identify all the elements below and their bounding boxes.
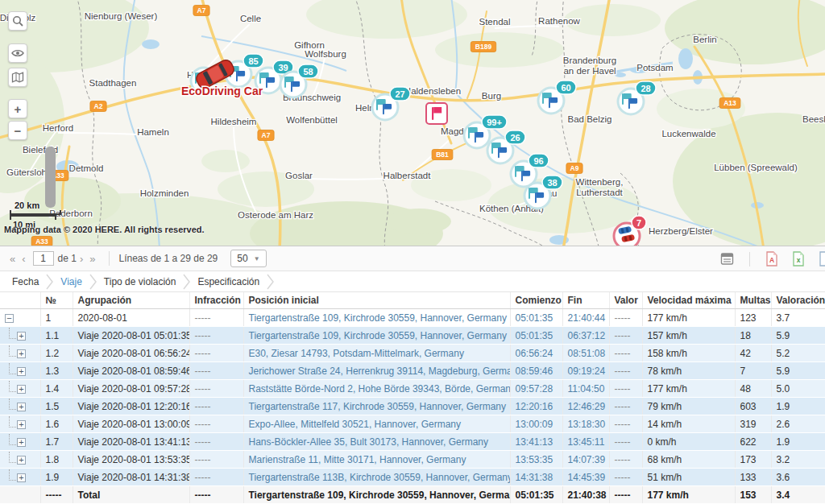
cell-fines: 622: [735, 433, 771, 451]
road-badge: A13: [719, 98, 740, 109]
expand-toggle[interactable]: +: [17, 456, 26, 465]
expand-toggle[interactable]: +: [17, 403, 26, 411]
map-zoom-out-button[interactable]: −: [8, 121, 27, 140]
cell-expand: +: [0, 433, 40, 451]
cell-value: -----: [609, 486, 642, 504]
first-page-button[interactable]: «: [6, 253, 19, 265]
column-header[interactable]: Valoración: [771, 292, 825, 309]
column-header[interactable]: №: [40, 292, 73, 309]
expand-toggle[interactable]: +: [17, 420, 26, 429]
column-header[interactable]: Fin: [562, 292, 609, 309]
expand-toggle[interactable]: +: [17, 385, 26, 394]
export-pdf-button[interactable]: A: [765, 251, 778, 266]
svg-text:28: 28: [641, 84, 650, 93]
tab-viaje[interactable]: Viaje: [55, 276, 87, 287]
cell-infraction: -----: [189, 327, 243, 345]
column-header[interactable]: Agrupación: [73, 292, 189, 309]
cell-position: Raststätte Börde-Nord 2, Hohe Börde 3934…: [243, 380, 510, 398]
column-header[interactable]: Posición inicial: [243, 292, 510, 309]
table-row[interactable]: − 1 2020-08-01 ----- Tiergartenstraße 10…: [0, 309, 825, 327]
expand-toggle[interactable]: +: [17, 332, 26, 341]
svg-text:58: 58: [303, 67, 313, 76]
table-row[interactable]: + 1.1 Viaje 2020-08-01 05:01:35 ----- Ti…: [0, 327, 825, 345]
page-size-select[interactable]: 50 ▼: [230, 250, 266, 267]
expand-toggle[interactable]: +: [17, 367, 26, 376]
map-search-button[interactable]: [8, 11, 27, 31]
map-city-label: an der Havel: [563, 66, 616, 76]
cell-rating: 1.9: [771, 398, 825, 415]
cell-expand: +: [0, 451, 40, 469]
map-city-label: Beeskow: [802, 114, 825, 124]
table-view-button[interactable]: [720, 252, 734, 266]
expand-toggle[interactable]: +: [17, 438, 26, 447]
next-page-button[interactable]: ›: [77, 253, 86, 265]
table-row[interactable]: + 1.6 Viaje 2020-08-01 13:00:09 ----- Ex…: [0, 415, 825, 433]
export-csv-button[interactable]: [819, 251, 825, 266]
table-row[interactable]: + 1.7 Viaje 2020-08-01 13:41:13 ----- Ha…: [0, 433, 825, 451]
cell-rating: 5.9: [771, 362, 825, 380]
svg-text:A7: A7: [197, 6, 206, 14]
cell-value: -----: [609, 415, 642, 433]
table-row[interactable]: + 1.3 Viaje 2020-08-01 08:59:46 ----- Je…: [0, 362, 825, 380]
map-layers-button[interactable]: [8, 68, 27, 87]
collapse-toggle[interactable]: −: [5, 314, 14, 323]
cell-infraction: -----: [189, 380, 243, 398]
page-number-input[interactable]: [33, 251, 54, 266]
map[interactable]: DiepholzNienburg (Weser)CelleGifhornWolf…: [0, 0, 825, 246]
column-header[interactable]: Multas: [735, 292, 771, 309]
map-visibility-button[interactable]: [8, 43, 27, 63]
svg-text:60: 60: [561, 83, 570, 93]
cell-position: Tiergartenstraße 109, Kirchrode 30559, H…: [243, 309, 510, 327]
expand-toggle[interactable]: +: [17, 473, 26, 482]
svg-text:A13: A13: [723, 99, 736, 107]
breadcrumb-separator-icon: [46, 273, 53, 291]
column-header[interactable]: Velocidad máxima: [642, 292, 735, 309]
prev-page-button[interactable]: ‹: [19, 253, 28, 265]
map-city-label: Wittenberg,: [576, 177, 624, 187]
cell-max-speed: 158 km/h: [642, 345, 735, 362]
map-city-label: Nienburg (Weser): [85, 11, 158, 21]
map-zoom-slider[interactable]: [45, 147, 56, 208]
selected-violation-marker[interactable]: [426, 103, 447, 124]
expand-toggle[interactable]: +: [17, 349, 26, 358]
table-row[interactable]: + 1.8 Viaje 2020-08-01 13:53:35 ----- Ma…: [0, 451, 825, 469]
tab-fecha[interactable]: Fecha: [6, 276, 44, 287]
breadcrumb: Fecha Viaje Tipo de violación Especifica…: [0, 271, 825, 292]
map-city-label: Luckenwalde: [661, 129, 715, 138]
cell-position: Tiergartenstraße 113B, Kirchrode 30559, …: [243, 469, 510, 486]
cell-infraction: -----: [189, 433, 243, 451]
map-city-label: Herford: [43, 123, 73, 133]
cell-end: 13:18:30: [562, 415, 609, 433]
tab-especificaci-n[interactable]: Especificación: [192, 276, 265, 287]
export-pdf-icon: A: [765, 251, 778, 266]
map-city-label: Holzminden: [140, 188, 189, 198]
cell-expand: +: [0, 362, 40, 380]
export-excel-button[interactable]: x: [792, 251, 805, 266]
map-city-label: Bad Belzig: [568, 114, 612, 124]
column-header[interactable]: Infracción: [189, 292, 243, 309]
table-row[interactable]: + 1.9 Viaje 2020-08-01 14:31:38 ----- Ti…: [0, 469, 825, 486]
map-area: DiepholzNienburg (Weser)CelleGifhornWolf…: [0, 0, 825, 246]
column-header[interactable]: Valor: [609, 292, 642, 309]
table-total-row[interactable]: ----- Total ----- Tiergartenstraße 109, …: [0, 486, 825, 504]
cell-rating: 5.9: [771, 327, 825, 345]
cell-rating: 1.9: [771, 433, 825, 451]
cell-group: Viaje 2020-08-01 13:41:13: [73, 433, 189, 451]
cell-end: 14:07:39: [562, 451, 609, 469]
column-header[interactable]: Comienzo: [510, 292, 562, 309]
cell-position: Expo-Allee, Mittelfeld 30521, Hannover, …: [243, 415, 510, 433]
map-zoom-in-button[interactable]: +: [8, 99, 27, 118]
column-header[interactable]: [0, 292, 40, 309]
cell-end: 09:19:24: [562, 362, 609, 380]
breadcrumb-separator-icon: [183, 273, 190, 291]
lines-count-label: Líneas de 1 a 29 de 29: [119, 253, 218, 264]
last-page-button[interactable]: »: [86, 253, 98, 265]
table-row[interactable]: + 1.4 Viaje 2020-08-01 09:57:28 ----- Ra…: [0, 380, 825, 398]
tab-tipo-de-violaci-n[interactable]: Tipo de violación: [98, 276, 182, 287]
table-row[interactable]: + 1.2 Viaje 2020-08-01 06:56:24 ----- E3…: [0, 345, 825, 362]
cell-fines: 319: [735, 415, 771, 433]
table-row[interactable]: + 1.5 Viaje 2020-08-01 12:20:16 ----- Ti…: [0, 398, 825, 415]
cell-max-speed: 78 km/h: [642, 362, 735, 380]
cell-start: 05:01:35: [510, 486, 562, 504]
road-badge: B81: [432, 150, 453, 160]
